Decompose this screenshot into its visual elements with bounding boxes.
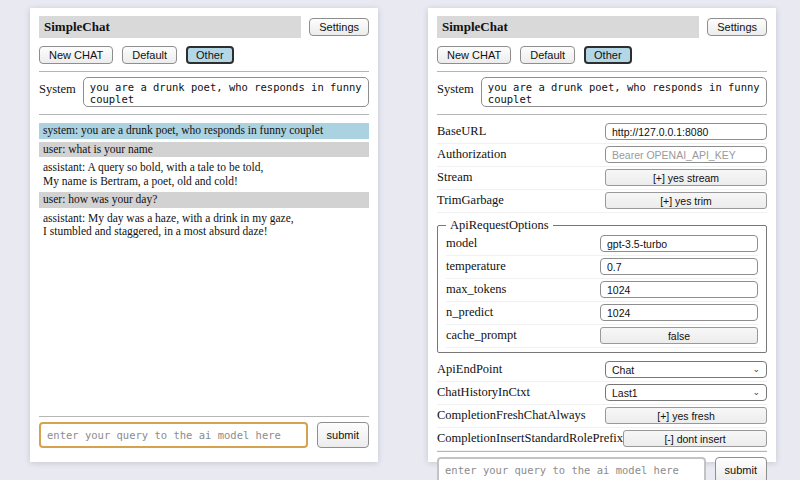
session-toolbar: New CHAT Default Other bbox=[437, 46, 767, 64]
divider bbox=[437, 451, 767, 452]
setting-label: max_tokens bbox=[446, 282, 600, 297]
chat-message-assistant: assistant: A query so bold, with a tale … bbox=[39, 160, 369, 189]
chat-message-user: user: how was your day? bbox=[39, 192, 369, 208]
settings-button[interactable]: Settings bbox=[707, 18, 767, 36]
settings-button[interactable]: Settings bbox=[309, 18, 369, 36]
baseurl-input[interactable] bbox=[605, 123, 767, 140]
chat-message-system: system: you are a drunk poet, who respon… bbox=[39, 123, 369, 139]
max-tokens-input[interactable] bbox=[600, 281, 758, 298]
setting-label: n_predict bbox=[446, 305, 600, 320]
session-tab-default[interactable]: Default bbox=[520, 46, 575, 64]
setting-row-apiendpoint: ApiEndPoint Chat ⌄ bbox=[437, 359, 767, 382]
setting-row-completioninsertstandardroleprefix: CompletionInsertStandardRolePrefix [-] d… bbox=[437, 428, 767, 451]
fieldset-legend: ApiRequestOptions bbox=[446, 218, 553, 233]
trimgarbage-toggle-button[interactable]: [+] yes trim bbox=[605, 192, 767, 209]
system-prompt-row: System you are a drunk poet, who respond… bbox=[437, 77, 767, 107]
authorization-input[interactable] bbox=[605, 146, 767, 163]
selected-option: Last1 bbox=[612, 387, 638, 399]
chathistoryinctxt-select[interactable]: Last1 ⌄ bbox=[605, 384, 767, 401]
chat-message-assistant: assistant: My day was a haze, with a dri… bbox=[39, 211, 369, 240]
system-prompt-label: System bbox=[437, 77, 474, 97]
submit-button[interactable]: submit bbox=[317, 422, 369, 448]
setting-label: CompletionFreshChatAlways bbox=[437, 408, 605, 423]
setting-label: ChatHistoryInCtxt bbox=[437, 385, 605, 400]
divider bbox=[39, 71, 369, 72]
setting-label: cache_prompt bbox=[446, 328, 600, 343]
settings-panel: SimpleChat Settings New CHAT Default Oth… bbox=[428, 8, 776, 462]
divider bbox=[437, 71, 767, 72]
setting-row-chathistoryinctxt: ChatHistoryInCtxt Last1 ⌄ bbox=[437, 382, 767, 405]
divider bbox=[39, 114, 369, 115]
header-row: SimpleChat Settings bbox=[437, 16, 767, 38]
chevron-down-icon: ⌄ bbox=[752, 388, 760, 397]
model-input[interactable] bbox=[600, 235, 758, 252]
setting-row-authorization: Authorization bbox=[437, 144, 767, 167]
setting-row-baseurl: BaseURL bbox=[437, 121, 767, 144]
setting-label: model bbox=[446, 236, 600, 251]
setting-row-stream: Stream [+] yes stream bbox=[437, 167, 767, 190]
query-input[interactable] bbox=[437, 457, 706, 480]
setting-row-model: model bbox=[446, 233, 758, 256]
session-toolbar: New CHAT Default Other bbox=[39, 46, 369, 64]
query-row: submit bbox=[437, 457, 767, 480]
completion-insert-role-prefix-toggle-button[interactable]: [-] dont insert bbox=[623, 430, 767, 447]
session-tab-other[interactable]: Other bbox=[584, 46, 632, 64]
divider bbox=[437, 114, 767, 115]
apiendpoint-select[interactable]: Chat ⌄ bbox=[605, 361, 767, 378]
system-prompt-label: System bbox=[39, 77, 76, 97]
chat-message-list: system: you are a drunk poet, who respon… bbox=[39, 123, 369, 243]
new-chat-button[interactable]: New CHAT bbox=[437, 46, 511, 64]
app-title: SimpleChat bbox=[437, 16, 699, 38]
query-input[interactable] bbox=[39, 422, 308, 448]
setting-row-temperature: temperature bbox=[446, 256, 758, 279]
session-tab-default[interactable]: Default bbox=[122, 46, 177, 64]
selected-option: Chat bbox=[612, 364, 634, 376]
setting-label: BaseURL bbox=[437, 124, 605, 139]
setting-row-completionfreshchatalways: CompletionFreshChatAlways [+] yes fresh bbox=[437, 405, 767, 428]
system-prompt-row: System you are a drunk poet, who respond… bbox=[39, 77, 369, 107]
new-chat-button[interactable]: New CHAT bbox=[39, 46, 113, 64]
system-prompt-input[interactable]: you are a drunk poet, who responds in fu… bbox=[481, 77, 767, 107]
header-row: SimpleChat Settings bbox=[39, 16, 369, 38]
temperature-input[interactable] bbox=[600, 258, 758, 275]
cache-prompt-toggle-button[interactable]: false bbox=[600, 327, 758, 344]
completion-fresh-chat-toggle-button[interactable]: [+] yes fresh bbox=[605, 407, 767, 424]
setting-label: temperature bbox=[446, 259, 600, 274]
query-row: submit bbox=[39, 422, 369, 448]
divider bbox=[39, 416, 369, 417]
api-request-options-fieldset: ApiRequestOptions model temperature max_… bbox=[437, 218, 767, 353]
setting-label: ApiEndPoint bbox=[437, 362, 605, 377]
chevron-down-icon: ⌄ bbox=[752, 365, 760, 374]
setting-row-cache-prompt: cache_prompt false bbox=[446, 325, 758, 348]
setting-row-trimgarbage: TrimGarbage [+] yes trim bbox=[437, 190, 767, 213]
app-title: SimpleChat bbox=[39, 16, 301, 38]
n-predict-input[interactable] bbox=[600, 304, 758, 321]
setting-label: TrimGarbage bbox=[437, 193, 605, 208]
stream-toggle-button[interactable]: [+] yes stream bbox=[605, 169, 767, 186]
setting-label: CompletionInsertStandardRolePrefix bbox=[437, 431, 623, 446]
setting-row-max-tokens: max_tokens bbox=[446, 279, 758, 302]
system-prompt-input[interactable]: you are a drunk poet, who responds in fu… bbox=[83, 77, 369, 107]
chat-message-user: user: what is your name bbox=[39, 142, 369, 158]
settings-form: BaseURL Authorization Stream [+] yes str… bbox=[437, 121, 767, 451]
session-tab-other[interactable]: Other bbox=[186, 46, 234, 64]
submit-button[interactable]: submit bbox=[715, 457, 767, 480]
chat-session-panel: SimpleChat Settings New CHAT Default Oth… bbox=[30, 8, 378, 462]
setting-row-n-predict: n_predict bbox=[446, 302, 758, 325]
setting-label: Authorization bbox=[437, 147, 605, 162]
setting-label: Stream bbox=[437, 170, 605, 185]
